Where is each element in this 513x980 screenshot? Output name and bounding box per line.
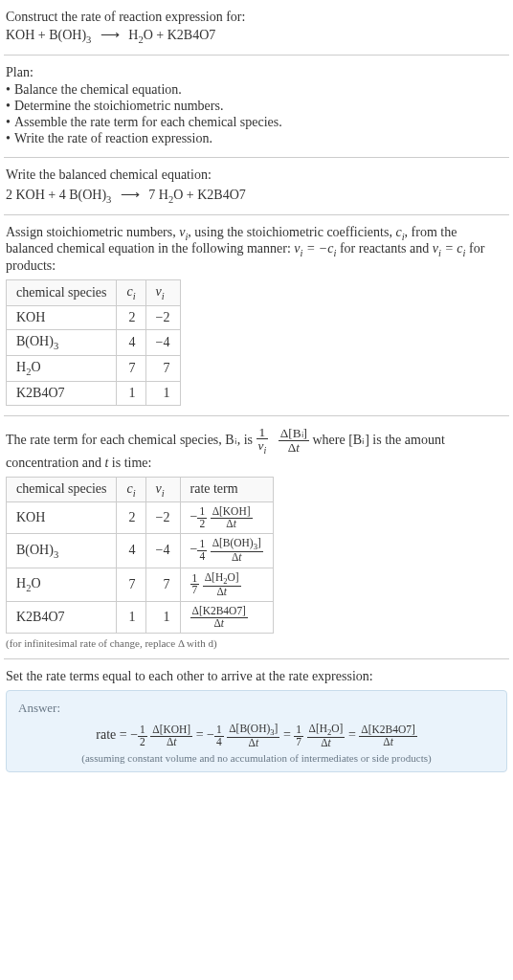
bullet-icon: •: [6, 131, 11, 145]
cell-species: H2O: [7, 355, 117, 381]
balanced-section: Write the balanced chemical equation: 2 …: [4, 162, 509, 211]
table-row: KOH2−2: [7, 305, 181, 329]
fraction: Δ[H2O]Δt: [307, 724, 346, 748]
plan-heading: Plan:: [6, 65, 507, 80]
prompt-section: Construct the rate of reaction expressio…: [4, 4, 509, 51]
answer-box: Answer: rate = −12 Δ[KOH]Δt = −14 Δ[B(OH…: [6, 690, 507, 772]
frac-num: Δ[H2O]: [203, 572, 241, 587]
cell-c: 4: [117, 329, 145, 355]
cell-nu: −2: [145, 305, 180, 329]
frac-num: Δ[Bᵢ]: [279, 427, 309, 440]
cell-species: B(OH)3: [7, 534, 117, 568]
frac-num: Δ[KOH]: [150, 724, 192, 736]
divider: [4, 55, 509, 56]
plan-item-text: Determine the stoichiometric numbers.: [14, 99, 224, 113]
cell-c: 7: [117, 568, 145, 601]
final-section: Set the rate terms equal to each other t…: [4, 663, 509, 778]
cell-rate-term: −12 Δ[KOH]Δt: [180, 502, 273, 534]
cell-rate-term: 17 Δ[H2O]Δt: [180, 568, 273, 601]
frac-den: Δt: [211, 552, 263, 563]
frac-den: Δt: [307, 738, 346, 748]
fraction: Δ[B(OH)3]Δt: [227, 724, 279, 748]
frac-den: 4: [214, 737, 224, 747]
frac-den: 4: [197, 551, 207, 562]
col-c: ci: [117, 477, 145, 502]
stoich-section: Assign stoichiometric numbers, νi, using…: [4, 219, 509, 412]
fraction: Δ[H2O]Δt: [203, 572, 241, 597]
frac-den: Δt: [150, 737, 192, 747]
c-symbol: ci: [395, 225, 404, 239]
col-species: chemical species: [7, 477, 117, 502]
eq-sign: =: [348, 727, 359, 742]
cell-nu: −4: [145, 329, 180, 355]
rate-term-section: The rate term for each chemical species,…: [4, 420, 509, 655]
rate-table: chemical species ci νi rate term KOH 2 −…: [6, 477, 274, 635]
fraction: Δ[K2B4O7]Δt: [190, 606, 248, 629]
cell-c: 1: [117, 381, 145, 405]
frac-den: Δt: [279, 441, 309, 454]
frac-num: 1: [138, 724, 147, 736]
plan-item-text: Assemble the rate term for each chemical…: [14, 115, 282, 129]
text: Assign stoichiometric numbers,: [6, 225, 179, 239]
text: , using the stoichiometric coefficients,: [188, 225, 395, 239]
table-row: K2B4O7 1 1 Δ[K2B4O7]Δt: [7, 602, 274, 634]
divider: [4, 658, 509, 659]
stoich-table: chemical species ci νi KOH2−2 B(OH)34−4 …: [6, 279, 181, 405]
frac-num: 1: [214, 724, 224, 736]
plan-section: Plan: •Balance the chemical equation. •D…: [4, 59, 509, 153]
reaction-arrow-icon: ⟶: [121, 187, 140, 203]
eq-rhs: H2O + K2B4O7: [128, 28, 215, 42]
frac-den: 2: [197, 519, 207, 529]
fraction: 17: [294, 724, 303, 747]
table-row: H2O 7 7 17 Δ[H2O]Δt: [7, 568, 274, 601]
plan-item: •Balance the chemical equation.: [6, 82, 507, 98]
sign: −: [130, 727, 138, 742]
fraction: Δ[KOH]Δt: [150, 724, 192, 747]
fraction: 12: [197, 506, 207, 529]
cell-nu: 1: [145, 381, 180, 405]
balanced-lhs: 2 KOH + 4 B(OH)3: [6, 188, 111, 202]
frac-num: 1: [197, 506, 207, 518]
frac-den: Δt: [227, 738, 279, 748]
sign: −: [190, 543, 198, 557]
table-row: B(OH)3 4 −4 −14 Δ[B(OH)3]Δt: [7, 534, 274, 568]
prompt-text: Construct the rate of reaction expressio…: [6, 10, 507, 25]
text: is time:: [108, 456, 151, 470]
balanced-equation: 2 KOH + 4 B(OH)3 ⟶ 7 H2O + K2B4O7: [6, 187, 507, 205]
stoich-intro: Assign stoichiometric numbers, νi, using…: [6, 225, 507, 275]
table-row: KOH 2 −2 −12 Δ[KOH]Δt: [7, 502, 274, 534]
cell-c: 2: [117, 305, 145, 329]
frac-den: νi: [256, 439, 269, 456]
plan-item-text: Balance the chemical equation.: [14, 82, 182, 97]
plan-item: •Write the rate of reaction expression.: [6, 131, 507, 146]
table-row: H2O77: [7, 355, 181, 381]
cell-species: H2O: [7, 568, 117, 601]
answer-label: Answer:: [18, 701, 495, 716]
rate-label: rate =: [96, 727, 130, 742]
col-c: ci: [117, 280, 145, 306]
fraction: 1νi: [256, 426, 269, 456]
relation-product: νi = ci: [433, 241, 466, 256]
fraction: 17: [190, 573, 200, 596]
cell-c: 7: [117, 355, 145, 381]
cell-species: K2B4O7: [7, 602, 117, 634]
fraction: 14: [197, 539, 207, 562]
sign: −: [190, 510, 198, 524]
cell-nu: −4: [145, 534, 180, 568]
unbalanced-equation: KOH + B(OH)3 ⟶ H2O + K2B4O7: [6, 27, 507, 45]
cell-species: KOH: [7, 305, 117, 329]
plan-item: •Assemble the rate term for each chemica…: [6, 115, 507, 130]
text: for reactants and: [336, 241, 432, 256]
nu-symbol: νi: [179, 225, 188, 239]
cell-nu: 1: [145, 602, 180, 634]
col-nu: νi: [145, 477, 180, 502]
table-row: K2B4O711: [7, 381, 181, 405]
frac-den: Δt: [359, 737, 416, 747]
cell-c: 1: [117, 602, 145, 634]
eq-sign: =: [283, 727, 294, 742]
cell-species: K2B4O7: [7, 381, 117, 405]
frac-num: Δ[K2B4O7]: [359, 724, 416, 736]
fraction: 12: [138, 724, 147, 747]
sign: −: [207, 727, 214, 742]
col-nu: νi: [145, 280, 180, 306]
